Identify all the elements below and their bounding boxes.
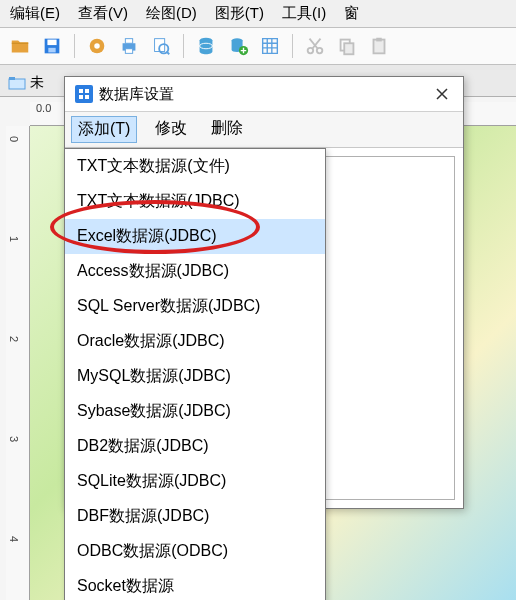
menu-window[interactable]: 窗 — [344, 4, 359, 23]
dropdown-item-sqlite-jdbc[interactable]: SQLite数据源(JDBC) — [65, 464, 325, 499]
database-icon[interactable] — [194, 34, 218, 58]
ruler-tick: 2 — [8, 336, 20, 342]
svg-rect-7 — [125, 49, 132, 54]
dropdown-item-sqlserver-jdbc[interactable]: SQL Server数据源(JDBC) — [65, 289, 325, 324]
svg-rect-25 — [79, 95, 83, 99]
close-icon[interactable] — [431, 83, 453, 105]
svg-rect-26 — [85, 95, 89, 99]
svg-rect-20 — [376, 38, 382, 42]
tab-label[interactable]: 未 — [30, 74, 44, 92]
dialog-menubar: 添加(T) 修改 删除 — [65, 112, 463, 148]
menu-view[interactable]: 查看(V) — [78, 4, 128, 23]
grid-icon[interactable] — [258, 34, 282, 58]
menu-edit[interactable]: 编辑(E) — [10, 4, 60, 23]
menu-shape[interactable]: 图形(T) — [215, 4, 264, 23]
dropdown-item-oracle-jdbc[interactable]: Oracle数据源(JDBC) — [65, 324, 325, 359]
dialog-app-icon — [75, 85, 93, 103]
main-menubar: 编辑(E) 查看(V) 绘图(D) 图形(T) 工具(I) 窗 — [0, 0, 516, 28]
svg-rect-2 — [48, 48, 55, 53]
ruler-tick: 1 — [8, 236, 20, 242]
main-toolbar — [0, 28, 516, 65]
svg-rect-18 — [344, 43, 353, 54]
dropdown-item-mysql-jdbc[interactable]: MySQL数据源(JDBC) — [65, 359, 325, 394]
svg-rect-22 — [9, 77, 15, 80]
dropdown-item-access-jdbc[interactable]: Access数据源(JDBC) — [65, 254, 325, 289]
dialog-menu-delete[interactable]: 删除 — [211, 118, 243, 141]
dropdown-item-txt-file[interactable]: TXT文本数据源(文件) — [65, 149, 325, 184]
dropdown-item-db2-jdbc[interactable]: DB2数据源(JDBC) — [65, 429, 325, 464]
tab-icon — [8, 76, 26, 90]
svg-rect-1 — [47, 40, 56, 46]
ruler-tick: 0 — [8, 136, 20, 142]
copy-icon[interactable] — [335, 34, 359, 58]
dropdown-item-excel-jdbc[interactable]: Excel数据源(JDBC) — [65, 219, 325, 254]
dialog-menu-modify[interactable]: 修改 — [155, 118, 187, 141]
dialog-menu-add[interactable]: 添加(T) — [71, 116, 137, 143]
save-icon[interactable] — [40, 34, 64, 58]
dropdown-item-odbc[interactable]: ODBC数据源(ODBC) — [65, 534, 325, 569]
print-icon[interactable] — [117, 34, 141, 58]
dropdown-item-dbf-jdbc[interactable]: DBF数据源(JDBC) — [65, 499, 325, 534]
ruler-tick: 3 — [8, 436, 20, 442]
add-datasource-dropdown: TXT文本数据源(文件) TXT文本数据源(JDBC) Excel数据源(JDB… — [64, 148, 326, 600]
preview-icon[interactable] — [149, 34, 173, 58]
open-icon[interactable] — [8, 34, 32, 58]
dropdown-item-socket[interactable]: Socket数据源 — [65, 569, 325, 600]
svg-rect-6 — [125, 39, 132, 44]
menu-tool[interactable]: 工具(I) — [282, 4, 326, 23]
svg-line-10 — [167, 52, 170, 55]
dropdown-item-txt-jdbc[interactable]: TXT文本数据源(JDBC) — [65, 184, 325, 219]
dialog-title: 数据库设置 — [99, 85, 174, 104]
svg-point-4 — [94, 43, 100, 49]
gear-icon[interactable] — [85, 34, 109, 58]
ruler-tick: 4 — [8, 536, 20, 542]
menu-draw[interactable]: 绘图(D) — [146, 4, 197, 23]
svg-rect-21 — [9, 79, 25, 89]
ruler-vertical: 0 1 2 3 4 — [6, 126, 30, 600]
cut-icon[interactable] — [303, 34, 327, 58]
svg-rect-19 — [374, 40, 385, 54]
dialog-titlebar: 数据库设置 — [65, 77, 463, 112]
svg-rect-24 — [85, 89, 89, 93]
ruler-tick: 0.0 — [36, 102, 51, 114]
dropdown-item-sybase-jdbc[interactable]: Sybase数据源(JDBC) — [65, 394, 325, 429]
database-add-icon[interactable] — [226, 34, 250, 58]
paste-icon[interactable] — [367, 34, 391, 58]
svg-rect-23 — [79, 89, 83, 93]
